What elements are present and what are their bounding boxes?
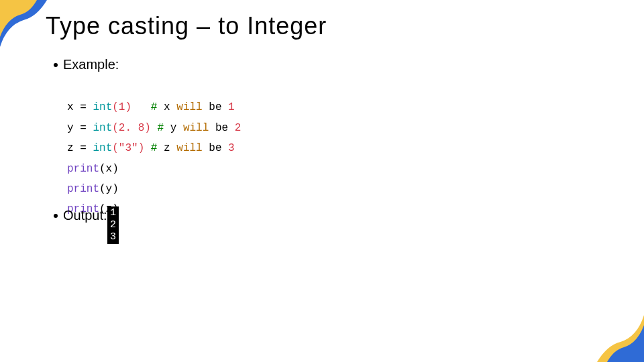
- code-var-y: y: [67, 122, 74, 134]
- bullet-output-text: Output:: [63, 208, 107, 223]
- code-args: (1): [112, 101, 131, 113]
- bullet-dot-icon: [54, 214, 58, 218]
- code-fn-print: print: [67, 163, 99, 175]
- code-var-x: x: [67, 101, 74, 113]
- code-var-z: z: [67, 142, 74, 154]
- output-line: 1: [110, 207, 116, 219]
- code-fn-int: int: [93, 101, 112, 113]
- output-console: 1 2 3: [107, 206, 119, 244]
- output-line: 3: [110, 231, 116, 243]
- output-line: 2: [110, 219, 116, 231]
- bullet-output: Output:: [54, 208, 107, 223]
- bullet-example: Example:: [54, 57, 119, 72]
- corner-accent-bottom-right: [597, 315, 644, 362]
- code-example: x = int(1) # x will be 1 y = int(2. 8) #…: [67, 77, 241, 220]
- slide-title: Type casting – to Integer: [46, 12, 327, 40]
- corner-accent-top-left: [0, 0, 47, 47]
- bullet-example-text: Example:: [63, 57, 119, 72]
- bullet-dot-icon: [54, 63, 58, 67]
